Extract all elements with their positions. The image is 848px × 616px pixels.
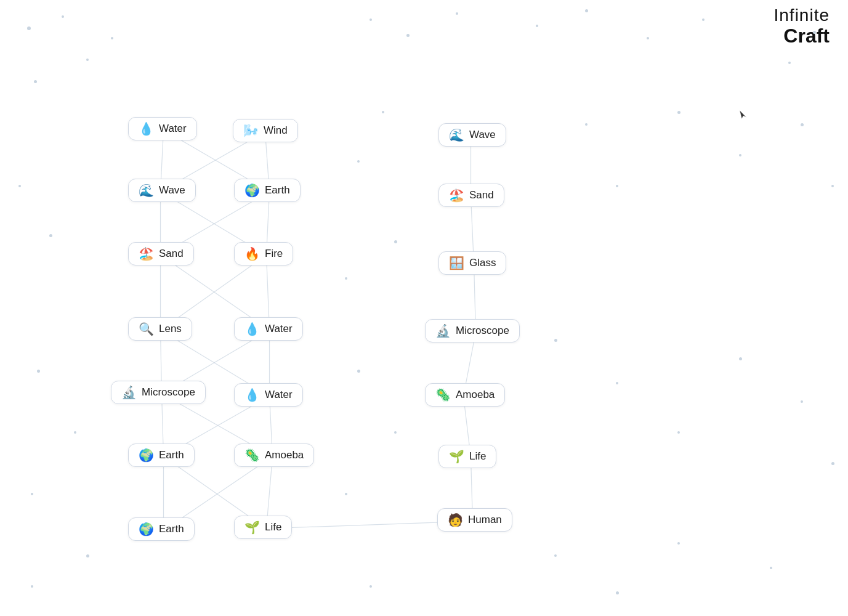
item-emoji: 🌊	[449, 129, 464, 141]
connection-lines	[0, 0, 848, 616]
craft-item-earth2[interactable]: 🌍Earth	[128, 444, 195, 467]
craft-item-water2[interactable]: 💧Water	[234, 317, 303, 341]
item-emoji: 🪟	[449, 257, 464, 269]
item-label: Wave	[469, 129, 496, 141]
craft-item-wave2[interactable]: 🌊Wave	[438, 123, 506, 147]
decorative-dot	[813, 31, 816, 34]
decorative-dot	[677, 111, 680, 114]
decorative-dot	[647, 37, 649, 39]
craft-item-earth1[interactable]: 🌍Earth	[234, 179, 301, 202]
item-emoji: 🧑	[448, 514, 463, 526]
craft-item-sand2[interactable]: 🏖️Sand	[438, 184, 504, 207]
item-emoji: 🏖️	[449, 189, 464, 201]
decorative-dot	[111, 37, 113, 39]
item-emoji: 🔥	[244, 248, 260, 260]
item-label: Earth	[159, 449, 184, 461]
item-label: Life	[265, 521, 281, 533]
item-emoji: 🌍	[139, 449, 154, 461]
item-label: Amoeba	[456, 389, 495, 401]
item-emoji: 💧	[139, 123, 154, 135]
decorative-dot	[394, 240, 397, 243]
decorative-dot	[801, 400, 803, 403]
decorative-dot	[677, 542, 680, 545]
item-label: Water	[159, 123, 187, 135]
decorative-dot	[369, 585, 372, 588]
craft-item-water1[interactable]: 💧Water	[128, 117, 197, 140]
decorative-dot	[739, 357, 742, 360]
item-emoji: 💧	[244, 323, 260, 335]
decorative-dot	[585, 9, 588, 12]
decorative-dot	[585, 123, 588, 126]
item-label: Sand	[159, 248, 184, 260]
craft-item-human1[interactable]: 🧑Human	[437, 508, 512, 532]
craft-item-amoeba2[interactable]: 🦠Amoeba	[425, 383, 505, 407]
decorative-dot	[357, 370, 360, 373]
item-label: Water	[265, 389, 293, 401]
item-label: Amoeba	[265, 449, 304, 461]
decorative-dot	[536, 25, 538, 27]
item-label: Lens	[159, 323, 182, 335]
decorative-dot	[554, 554, 557, 557]
item-emoji: 🔬	[121, 386, 137, 399]
decorative-dot	[345, 277, 347, 280]
craft-item-fire1[interactable]: 🔥Fire	[234, 242, 293, 265]
decorative-dot	[382, 111, 384, 113]
craft-item-wave1[interactable]: 🌊Wave	[128, 179, 196, 202]
craft-item-microscope2[interactable]: 🔬Microscope	[425, 319, 520, 342]
decorative-dot	[801, 123, 804, 126]
item-label: Wind	[264, 124, 288, 137]
decorative-dot	[86, 554, 89, 557]
craft-item-life2[interactable]: 🌱Life	[438, 445, 496, 468]
item-label: Microscope	[456, 325, 509, 337]
decorative-dot	[394, 431, 397, 434]
craft-item-sand1[interactable]: 🏖️Sand	[128, 242, 194, 265]
decorative-dot	[456, 12, 458, 15]
decorative-dot	[74, 431, 76, 434]
craft-item-wind1[interactable]: 🌬️Wind	[233, 119, 298, 142]
item-label: Fire	[265, 248, 283, 260]
decorative-dot	[770, 567, 772, 569]
craft-item-water3[interactable]: 💧Water	[234, 383, 303, 407]
craft-item-lens1[interactable]: 🔍Lens	[128, 317, 192, 341]
craft-item-amoeba1[interactable]: 🦠Amoeba	[234, 444, 314, 467]
decorative-dot	[357, 160, 360, 163]
decorative-dot	[702, 18, 705, 21]
item-emoji: 🏖️	[139, 248, 154, 260]
craft-item-life1[interactable]: 🌱Life	[234, 516, 292, 539]
title-craft: Craft	[774, 25, 830, 47]
item-emoji: 🌊	[139, 184, 154, 197]
decorative-dot	[31, 585, 33, 588]
item-label: Microscope	[142, 386, 195, 399]
cursor-icon	[739, 110, 746, 121]
title-infinite: Infinite	[774, 6, 830, 25]
decorative-dot	[554, 339, 557, 342]
item-emoji: 🌱	[244, 521, 260, 533]
decorative-dot	[369, 18, 372, 21]
decorative-dot	[406, 34, 410, 37]
decorative-dot	[62, 15, 64, 18]
item-emoji: 🦠	[435, 389, 451, 401]
decorative-dot	[788, 62, 791, 64]
decorative-dot	[49, 234, 52, 237]
craft-item-earth3[interactable]: 🌍Earth	[128, 517, 195, 541]
decorative-dot	[27, 26, 31, 30]
decorative-dot	[831, 462, 834, 465]
item-emoji: 🦠	[244, 449, 260, 461]
item-emoji: 💧	[244, 389, 260, 401]
decorative-dot	[86, 59, 89, 61]
app-title: Infinite Craft	[774, 6, 830, 47]
decorative-dot	[18, 185, 21, 187]
decorative-dot	[616, 382, 618, 384]
craft-item-glass1[interactable]: 🪟Glass	[438, 251, 506, 275]
decorative-dot	[31, 493, 33, 495]
item-emoji: 🌬️	[243, 124, 259, 137]
item-emoji: 🌍	[244, 184, 260, 197]
decorative-dot	[677, 431, 680, 434]
decorative-dot	[739, 154, 741, 156]
decorative-dot	[616, 591, 619, 594]
item-emoji: 🌍	[139, 523, 154, 535]
item-label: Water	[265, 323, 293, 335]
craft-item-microscope1[interactable]: 🔬Microscope	[111, 381, 206, 404]
decorative-dot	[345, 493, 347, 495]
decorative-dot	[37, 370, 40, 373]
